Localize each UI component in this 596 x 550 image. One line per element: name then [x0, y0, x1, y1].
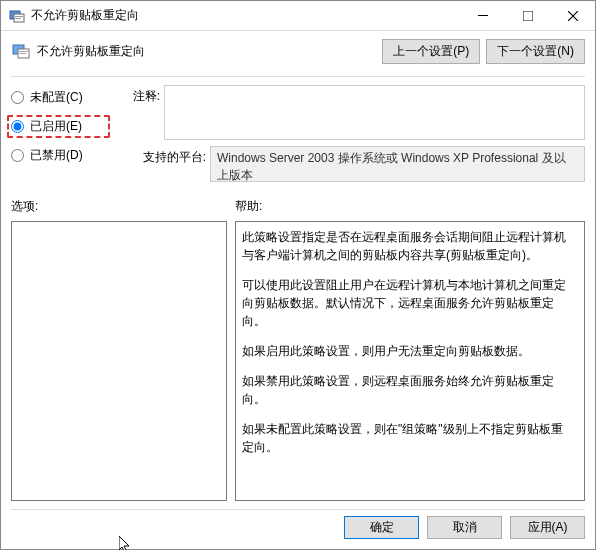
fields-column: 注释: 支持的平台: Windows Server 2003 操作系统或 Win…: [112, 85, 585, 188]
help-p5: 如果未配置此策略设置，则在"组策略"级别上不指定剪贴板重定向。: [242, 420, 566, 456]
next-setting-button[interactable]: 下一个设置(N): [486, 39, 585, 64]
divider: [11, 76, 585, 77]
platform-label: 支持的平台:: [112, 146, 210, 182]
platform-value: Windows Server 2003 操作系统或 Windows XP Pro…: [210, 146, 585, 182]
close-button[interactable]: [550, 1, 595, 30]
enabled-highlight: 已启用(E): [7, 115, 110, 138]
apply-button[interactable]: 应用(A): [510, 516, 585, 539]
options-label: 选项:: [11, 198, 227, 215]
help-p2: 可以使用此设置阻止用户在远程计算机与本地计算机之间重定向剪贴板数据。默认情况下，…: [242, 276, 566, 330]
platform-row: 支持的平台: Windows Server 2003 操作系统或 Windows…: [112, 146, 585, 182]
previous-setting-button[interactable]: 上一个设置(P): [382, 39, 480, 64]
minimize-button[interactable]: [460, 1, 505, 30]
help-box: 此策略设置指定是否在远程桌面服务会话期间阻止远程计算机与客户端计算机之间的剪贴板…: [235, 221, 585, 501]
cancel-button[interactable]: 取消: [427, 516, 502, 539]
comment-input[interactable]: [164, 85, 585, 140]
window-controls: [460, 1, 595, 30]
options-box: [11, 221, 227, 501]
radio-disabled-label: 已禁用(D): [30, 147, 83, 164]
maximize-button[interactable]: [505, 1, 550, 30]
mid-row: 选项: 帮助: 此策略设置指定是否在远程桌面服务会话期间阻止远程计算机与客户端计…: [11, 198, 585, 501]
radio-enabled-input[interactable]: [11, 120, 24, 133]
radio-not-configured-label: 未配置(C): [30, 89, 83, 106]
nav-buttons: 上一个设置(P) 下一个设置(N): [382, 39, 585, 64]
svg-rect-8: [19, 51, 28, 52]
comment-row: 注释:: [112, 85, 585, 140]
radio-not-configured[interactable]: 未配置(C): [11, 89, 106, 106]
dialog-window: 不允许剪贴板重定向 不允许剪贴板重定向 上一个设置(P) 下一个设置(N) 未配…: [0, 0, 596, 550]
help-p3: 如果启用此策略设置，则用户无法重定向剪贴板数据。: [242, 342, 566, 360]
header-row: 不允许剪贴板重定向 上一个设置(P) 下一个设置(N): [11, 39, 585, 64]
options-column: 选项:: [11, 198, 227, 501]
dialog-body: 不允许剪贴板重定向 上一个设置(P) 下一个设置(N) 未配置(C) 已启用(E…: [1, 31, 595, 516]
svg-rect-2: [15, 16, 23, 17]
radio-disabled-input[interactable]: [11, 149, 24, 162]
footer: 确定 取消 应用(A): [1, 516, 595, 549]
help-p1: 此策略设置指定是否在远程桌面服务会话期间阻止远程计算机与客户端计算机之间的剪贴板…: [242, 228, 566, 264]
svg-rect-9: [19, 53, 26, 54]
svg-rect-4: [478, 15, 488, 16]
divider: [11, 509, 585, 510]
help-p4: 如果禁用此策略设置，则远程桌面服务始终允许剪贴板重定向。: [242, 372, 566, 408]
help-label: 帮助:: [235, 198, 585, 215]
policy-icon: [11, 41, 31, 61]
radio-group: 未配置(C) 已启用(E) 已禁用(D): [11, 85, 106, 188]
svg-rect-3: [15, 18, 21, 19]
radio-enabled[interactable]: 已启用(E): [11, 118, 106, 135]
window-title: 不允许剪贴板重定向: [31, 7, 460, 24]
cursor-icon: [119, 536, 133, 550]
ok-button[interactable]: 确定: [344, 516, 419, 539]
radio-enabled-label: 已启用(E): [30, 118, 82, 135]
radio-disabled[interactable]: 已禁用(D): [11, 147, 106, 164]
help-column: 帮助: 此策略设置指定是否在远程桌面服务会话期间阻止远程计算机与客户端计算机之间…: [235, 198, 585, 501]
radio-not-configured-input[interactable]: [11, 91, 24, 104]
policy-title: 不允许剪贴板重定向: [37, 39, 382, 60]
config-area: 未配置(C) 已启用(E) 已禁用(D) 注释:: [11, 85, 585, 188]
svg-rect-5: [523, 11, 533, 21]
comment-label: 注释:: [112, 85, 164, 140]
titlebar: 不允许剪贴板重定向: [1, 1, 595, 31]
app-icon: [9, 8, 25, 24]
